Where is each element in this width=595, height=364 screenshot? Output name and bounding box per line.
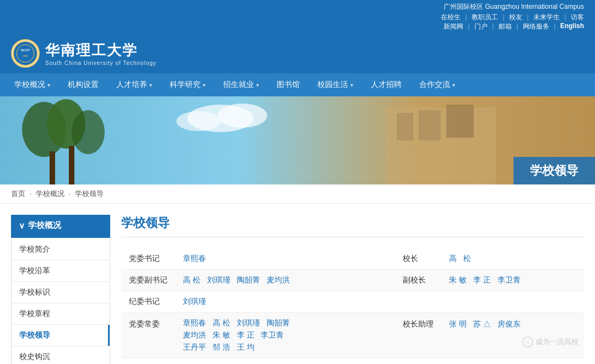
sidebar-item-archives[interactable]: 校史钩沉 bbox=[12, 346, 110, 364]
top-link-alumni[interactable]: 校友 bbox=[509, 13, 522, 22]
person-name[interactable]: 王 均 bbox=[237, 343, 255, 352]
hero-banner: 学校领导 bbox=[0, 96, 595, 184]
nav-item-jobs[interactable]: 人才招聘 bbox=[362, 73, 410, 96]
chevron-down-icon: ▾ bbox=[256, 82, 259, 88]
table-row: 党委副书记 高 松 刘琪瑾 陶韶菁 麦均洪 副校长 朱 敏 李 正 李卫青 bbox=[121, 270, 584, 291]
nav-item-overview[interactable]: 学校概况 ▾ bbox=[6, 73, 59, 96]
person-name[interactable]: 章熙春 bbox=[183, 254, 206, 264]
role-label: 校长 bbox=[395, 248, 441, 270]
person-name[interactable]: 李 正 bbox=[473, 275, 491, 285]
main-content: ∨ 学校概况 学校简介 学校沿革 学校标识 学校章程 学校领导 校史钩沉 bbox=[0, 204, 595, 364]
role-label: 党委书记 bbox=[121, 248, 175, 270]
person-name[interactable]: 李 正 bbox=[237, 330, 255, 340]
leadership-table: 党委书记 章熙春 校长 高 松 党委副书记 高 松 刘琪瑾 陶韶菁 麦均洪 bbox=[121, 248, 584, 358]
svg-point-0 bbox=[13, 41, 37, 66]
person-name[interactable]: 麦均洪 bbox=[183, 330, 206, 340]
names-cell: 朱 敏 李 正 李卫青 bbox=[441, 270, 584, 291]
role-label: 校长助理 bbox=[395, 313, 441, 358]
top-link-staff[interactable]: 教职员工 bbox=[472, 13, 498, 22]
hero-title: 学校领导 bbox=[513, 157, 595, 184]
svg-point-15 bbox=[218, 104, 267, 128]
chevron-down-icon: ▾ bbox=[47, 82, 50, 88]
chevron-down-icon: ▾ bbox=[203, 82, 205, 88]
top-link-network[interactable]: 网络服务 bbox=[523, 22, 549, 31]
person-name[interactable]: 刘琪瑾 bbox=[207, 275, 230, 285]
top-link-visitor[interactable]: 访客 bbox=[571, 13, 584, 22]
svg-rect-9 bbox=[69, 146, 74, 184]
person-name[interactable]: 高 松 bbox=[183, 275, 201, 285]
main-nav: 学校概况 ▾ 机构设置 人才培养 ▾ 科学研究 ▾ 招生就业 ▾ 图书馆 校园生… bbox=[0, 73, 595, 96]
sidebar-title: ∨ 学校概况 bbox=[11, 215, 110, 236]
names-cell: 章熙春 高 松 刘琪瑾 陶韶菁 麦均洪 朱 敏 李 正 李卫青 王丹平 邹 浩 bbox=[175, 313, 373, 358]
person-name[interactable]: 陶韶菁 bbox=[237, 275, 260, 285]
svg-rect-11 bbox=[397, 113, 413, 140]
sidebar-item-identity[interactable]: 学校标识 bbox=[12, 282, 110, 303]
nav-item-cooperation[interactable]: 合作交流 ▾ bbox=[410, 73, 464, 96]
chevron-down-icon: ▾ bbox=[350, 82, 353, 88]
svg-rect-12 bbox=[419, 110, 441, 140]
university-name-cn: 华南理工大学 bbox=[45, 41, 156, 60]
person-name[interactable]: 麦均洪 bbox=[267, 275, 290, 285]
top-link-future[interactable]: 未来学生 bbox=[533, 13, 560, 22]
sidebar-items: 学校简介 学校沿革 学校标识 学校章程 学校领导 校史钩沉 bbox=[11, 239, 110, 364]
svg-text:1952: 1952 bbox=[23, 55, 29, 57]
person-name[interactable]: 朱 敏 bbox=[213, 330, 230, 340]
top-link-news[interactable]: 新闻网 bbox=[443, 22, 463, 31]
person-name[interactable]: 刘琪瑾 bbox=[237, 318, 260, 328]
decorative-arrows bbox=[121, 358, 595, 364]
nav-item-admissions[interactable]: 招生就业 ▾ bbox=[214, 73, 268, 96]
sidebar-item-history[interactable]: 学校沿革 bbox=[12, 260, 110, 282]
logo-area: SCUT 1952 华南理工大学 South China University … bbox=[11, 39, 156, 68]
page-title: 学校领导 bbox=[121, 215, 584, 237]
campus-label: 广州国际校区 Guangzhou International Campus bbox=[443, 2, 584, 12]
person-name[interactable]: 松 bbox=[463, 254, 471, 264]
breadcrumb-current: 学校领导 bbox=[75, 189, 104, 198]
person-name[interactable]: 高 松 bbox=[213, 318, 230, 328]
sidebar-item-intro[interactable]: 学校简介 bbox=[12, 239, 110, 260]
table-row: 党委书记 章熙春 校长 高 松 bbox=[121, 248, 584, 270]
breadcrumb: 首页 · 学校概况 · 学校领导 bbox=[0, 184, 595, 204]
svg-text:SCUT: SCUT bbox=[21, 48, 30, 52]
nav-item-talent[interactable]: 人才培养 ▾ bbox=[107, 73, 161, 96]
nav-item-org[interactable]: 机构设置 bbox=[59, 73, 107, 96]
person-name[interactable]: 苏 △ bbox=[473, 319, 491, 329]
person-name[interactable]: 房俊东 bbox=[497, 319, 521, 329]
sidebar-item-charter[interactable]: 学校章程 bbox=[12, 303, 110, 325]
top-links: 在校生 ｜ 教职员工 ｜ 校友 ｜ 未来学生 ｜ 访客 bbox=[441, 13, 584, 22]
person-name[interactable]: 陶韶菁 bbox=[267, 318, 290, 328]
person-name[interactable]: 邹 浩 bbox=[213, 343, 230, 352]
breadcrumb-overview[interactable]: 学校概况 bbox=[36, 189, 64, 198]
top-links-2: 新闻网 ｜ 门户 ｜ 邮箱 ｜ 网络服务 ｜ English bbox=[443, 22, 584, 31]
person-name[interactable]: 朱 敏 bbox=[449, 275, 467, 285]
nav-item-library[interactable]: 图书馆 bbox=[268, 73, 309, 96]
top-link-portal[interactable]: 门户 bbox=[474, 22, 488, 31]
top-link-email[interactable]: 邮箱 bbox=[499, 22, 512, 31]
svg-point-16 bbox=[176, 111, 220, 131]
person-name[interactable]: 高 bbox=[449, 254, 457, 264]
person-name[interactable]: 李卫青 bbox=[497, 275, 521, 285]
chevron-down-icon: ∨ bbox=[19, 221, 25, 231]
person-name[interactable]: 章熙春 bbox=[183, 318, 206, 328]
svg-rect-8 bbox=[50, 151, 55, 184]
logo-text: 华南理工大学 South China University of Technol… bbox=[45, 41, 156, 66]
names-cell: 张 明 苏 △ 房俊东 bbox=[441, 313, 584, 358]
nav-item-campus[interactable]: 校园生活 ▾ bbox=[309, 73, 362, 96]
names-cell: 高 松 刘琪瑾 陶韶菁 麦均洪 bbox=[175, 270, 373, 291]
chevron-down-icon: ▾ bbox=[149, 82, 152, 88]
top-link-english[interactable]: English bbox=[560, 22, 584, 31]
site-header: SCUT 1952 华南理工大学 South China University … bbox=[0, 34, 595, 73]
nav-item-research[interactable]: 科学研究 ▾ bbox=[161, 73, 214, 96]
person-name[interactable]: 张 明 bbox=[449, 319, 467, 329]
person-name[interactable]: 王丹平 bbox=[183, 343, 206, 352]
role-label: 党委常委 bbox=[121, 313, 175, 358]
role-label: 纪委书记 bbox=[121, 291, 175, 313]
role-label: 党委副书记 bbox=[121, 270, 175, 291]
person-name[interactable]: 刘琪瑾 bbox=[183, 297, 206, 307]
person-name[interactable]: 李卫青 bbox=[261, 330, 284, 340]
top-bar: 广州国际校区 Guangzhou International Campus 在校… bbox=[0, 0, 595, 34]
sidebar-item-leadership[interactable]: 学校领导 bbox=[12, 325, 110, 346]
top-link-student[interactable]: 在校生 bbox=[441, 13, 461, 22]
breadcrumb-home[interactable]: 首页 bbox=[11, 189, 25, 198]
names-cell: 章熙春 bbox=[175, 248, 373, 270]
table-row: 纪委书记 刘琪瑾 bbox=[121, 291, 584, 313]
